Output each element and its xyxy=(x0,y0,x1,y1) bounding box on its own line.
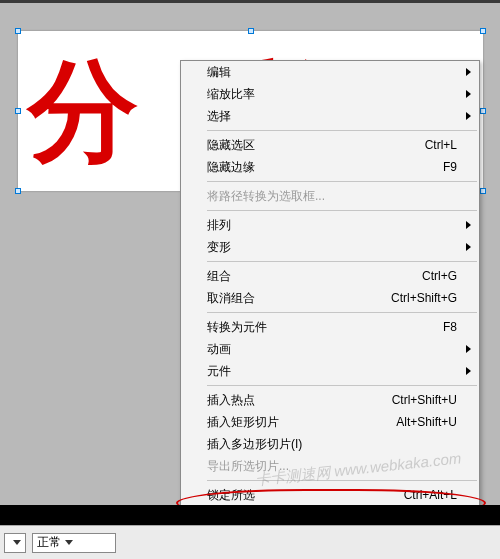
menu-item[interactable]: 转换为元件F8 xyxy=(181,316,479,338)
menu-item-shortcut: Ctrl+L xyxy=(425,138,457,152)
menu-item[interactable]: 选择 xyxy=(181,105,479,127)
menu-item: 将路径转换为选取框... xyxy=(181,185,479,207)
menu-separator xyxy=(207,480,477,481)
chevron-right-icon xyxy=(466,68,471,76)
menu-item[interactable]: 插入矩形切片Alt+Shift+U xyxy=(181,411,479,433)
menu-item-label: 排列 xyxy=(207,217,457,234)
chevron-down-icon xyxy=(13,540,21,545)
chevron-right-icon xyxy=(466,112,471,120)
bottom-panel: 正常 xyxy=(0,525,500,559)
menu-item-label: 转换为元件 xyxy=(207,319,443,336)
menu-item[interactable]: 变形 xyxy=(181,236,479,258)
dropdown-blendmode[interactable]: 正常 xyxy=(32,533,116,553)
menu-item-shortcut: Ctrl+Shift+U xyxy=(392,393,457,407)
menu-item[interactable]: 锁定所选Ctrl+Alt+L xyxy=(181,484,479,506)
chevron-right-icon xyxy=(466,243,471,251)
menu-item[interactable]: 隐藏边缘F9 xyxy=(181,156,479,178)
menu-item-label: 插入矩形切片 xyxy=(207,414,396,431)
chevron-down-icon xyxy=(65,540,73,545)
timeline-bar xyxy=(0,505,500,525)
menu-item[interactable]: 缩放比率 xyxy=(181,83,479,105)
menu-item-shortcut: Ctrl+G xyxy=(422,269,457,283)
menu-item[interactable]: 插入多边形切片(I) xyxy=(181,433,479,455)
menu-item[interactable]: 元件 xyxy=(181,360,479,382)
menu-separator xyxy=(207,210,477,211)
menu-item-shortcut: Ctrl+Alt+L xyxy=(404,488,457,502)
menu-separator xyxy=(207,181,477,182)
menu-item[interactable]: 隐藏选区Ctrl+L xyxy=(181,134,479,156)
menu-item-shortcut: Ctrl+Shift+G xyxy=(391,291,457,305)
menu-item-shortcut: F8 xyxy=(443,320,457,334)
menu-item-shortcut: Alt+Shift+U xyxy=(396,415,457,429)
menu-separator xyxy=(207,261,477,262)
context-menu: 编辑缩放比率选择隐藏选区Ctrl+L隐藏边缘F9将路径转换为选取框...排列变形… xyxy=(180,60,480,551)
menu-separator xyxy=(207,312,477,313)
menu-item-label: 编辑 xyxy=(207,64,457,81)
menu-item-label: 锁定所选 xyxy=(207,487,404,504)
chevron-right-icon xyxy=(466,90,471,98)
menu-item[interactable]: 动画 xyxy=(181,338,479,360)
menu-item[interactable]: 编辑 xyxy=(181,61,479,83)
menu-item-label: 选择 xyxy=(207,108,457,125)
menu-item-label: 元件 xyxy=(207,363,457,380)
menu-item-label: 插入热点 xyxy=(207,392,392,409)
menu-item[interactable]: 插入热点Ctrl+Shift+U xyxy=(181,389,479,411)
menu-separator xyxy=(207,385,477,386)
menu-item-label: 将路径转换为选取框... xyxy=(207,188,457,205)
menu-item[interactable]: 取消组合Ctrl+Shift+G xyxy=(181,287,479,309)
chevron-right-icon xyxy=(466,221,471,229)
menu-item-label: 隐藏边缘 xyxy=(207,159,443,176)
menu-item-label: 取消组合 xyxy=(207,290,391,307)
menu-item-label: 动画 xyxy=(207,341,457,358)
menu-item-label: 导出所选切片... xyxy=(207,458,457,475)
menu-item-label: 隐藏选区 xyxy=(207,137,425,154)
menu-item: 导出所选切片... xyxy=(181,455,479,477)
menu-item-label: 变形 xyxy=(207,239,457,256)
menu-item[interactable]: 排列 xyxy=(181,214,479,236)
menu-separator xyxy=(207,130,477,131)
dropdown-blendmode-value: 正常 xyxy=(37,534,61,551)
menu-item-shortcut: F9 xyxy=(443,160,457,174)
menu-item-label: 插入多边形切片(I) xyxy=(207,436,457,453)
menu-item-label: 组合 xyxy=(207,268,422,285)
menu-item[interactable]: 组合Ctrl+G xyxy=(181,265,479,287)
dropdown-layer[interactable] xyxy=(4,533,26,553)
chevron-right-icon xyxy=(466,367,471,375)
menu-item-label: 缩放比率 xyxy=(207,86,457,103)
chevron-right-icon xyxy=(466,345,471,353)
